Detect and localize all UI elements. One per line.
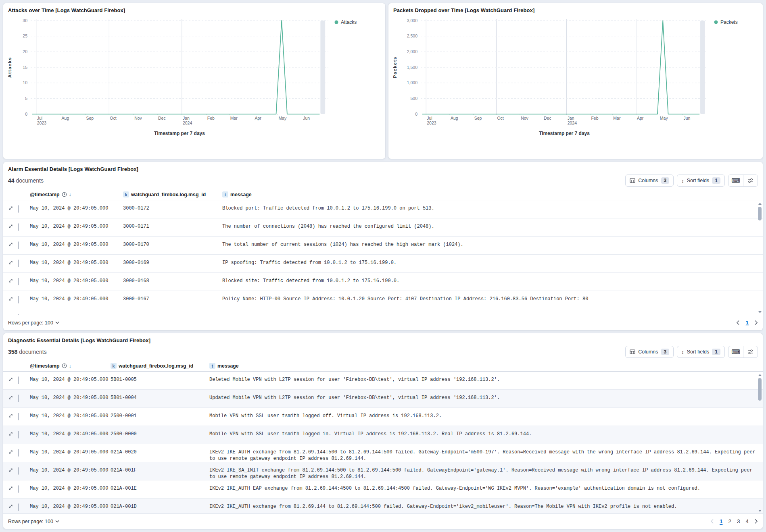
select-document-checkbox[interactable] [18,260,19,267]
table-row: May 10, 2024 @ 20:49:05.0002500-0001Mobi… [3,408,763,426]
next-page-button[interactable] [754,320,758,325]
panel-alarm-essential-details: Alarm Essential Details [Logs WatchGuard… [3,162,763,330]
previous-page-button [710,519,714,524]
keyboard-shortcuts-button[interactable]: ⌨ [728,175,743,186]
packets-line-chart: 05001,0001,5002,0002,5003,000Jul2023AugS… [390,15,760,152]
select-document-checkbox[interactable] [18,278,19,285]
cell-msg-id: 3000-0172 [123,206,222,212]
scroll-down-arrow[interactable] [758,311,762,313]
select-document-checkbox[interactable] [18,503,19,511]
cell-message: IKEv2 IKE_AUTH exchange from 81.2.69.144… [209,504,763,510]
document-count: 44 documents [8,177,44,184]
display-options-button[interactable] [743,346,758,357]
select-document-checkbox[interactable] [18,395,19,402]
column-header-timestamp[interactable]: @timestamp ↓ [30,363,111,369]
sliders-icon [747,349,753,355]
expand-document-icon[interactable] [3,486,18,491]
documents-grid: @timestamp ↓ k watchguard_firebox.log.ms… [3,360,763,513]
cell-msg-id: 5B01-0004 [111,395,209,401]
keyboard-shortcuts-button[interactable]: ⌨ [728,346,743,357]
expand-document-icon[interactable] [3,377,18,382]
scrollbar-thumb[interactable] [758,207,762,220]
expand-document-icon[interactable] [3,296,18,301]
svg-text:Oct: Oct [497,116,503,121]
column-header-msg-id[interactable]: k watchguard_firebox.log.msg_id [123,191,222,197]
select-document-checkbox[interactable] [18,413,19,420]
svg-text:3,000: 3,000 [407,18,417,23]
column-header-message[interactable]: t message [209,363,756,369]
cell-timestamp: May 10, 2024 @ 20:49:05.000 [30,377,111,383]
sort-fields-button[interactable]: ↕ Sort fields 1 [677,175,725,187]
columns-button[interactable]: Columns 3 [625,346,674,358]
svg-text:Oct: Oct [110,116,116,121]
select-document-checkbox[interactable] [18,223,19,231]
svg-text:10: 10 [23,80,27,85]
next-page-button[interactable] [754,519,758,524]
scroll-up-arrow[interactable] [758,374,762,376]
select-document-checkbox[interactable] [18,376,19,384]
scrollbar-thumb[interactable] [758,378,762,401]
cell-message: IP spoofing: Traffic detected from 10.0.… [222,260,763,266]
svg-text:25: 25 [23,33,27,38]
expand-document-icon[interactable] [3,504,18,509]
expand-document-icon[interactable] [3,224,18,229]
cell-msg-id: 3000-0168 [123,278,222,285]
table-scrollbar[interactable] [757,201,762,315]
column-header-message[interactable]: t message [222,191,756,197]
rows-per-page-control[interactable]: Rows per page: 100 [8,519,59,524]
page-number-4[interactable]: 4 [745,518,749,524]
cell-msg-id: 5B01-0005 [111,377,209,383]
expand-document-icon[interactable] [3,260,18,265]
select-document-checkbox[interactable] [18,296,19,303]
select-document-checkbox[interactable] [18,314,19,315]
columns-grid-icon [630,349,635,355]
expand-document-icon[interactable] [3,242,18,247]
sort-updown-icon: ↕ [681,178,684,184]
select-document-checkbox[interactable] [18,205,19,213]
page-number-2[interactable]: 2 [728,518,731,524]
cell-msg-id: 021A-001D [111,504,209,510]
cell-msg-id: 021A-001F [111,468,209,474]
select-document-checkbox[interactable] [18,485,19,493]
expand-document-icon[interactable] [3,449,18,455]
text-field-icon: t [222,191,228,197]
select-document-checkbox[interactable] [18,449,19,457]
svg-text:Aug: Aug [62,116,69,121]
columns-button[interactable]: Columns 3 [625,175,674,187]
expand-document-icon[interactable] [3,278,18,283]
column-header-msg-id[interactable]: k watchguard_firebox.log.msg_id [111,363,209,369]
table-row: May 10, 2024 @ 20:49:05.000021A-001DIKEv… [3,499,763,513]
expand-document-icon[interactable] [3,206,18,211]
page-number-3[interactable]: 3 [737,518,740,524]
rows-per-page-control[interactable]: Rows per page: 100 [8,320,59,326]
previous-page-button[interactable] [736,320,740,325]
page-number-1[interactable]: 1 [745,320,749,326]
svg-text:Feb: Feb [591,116,598,121]
table-scrollbar[interactable] [757,372,762,513]
svg-text:Jun: Jun [684,116,691,121]
scroll-up-arrow[interactable] [758,203,762,205]
scroll-down-arrow[interactable] [758,510,762,512]
expand-document-icon[interactable] [3,395,18,400]
page-number-1[interactable]: 1 [720,518,723,524]
expand-document-icon[interactable] [3,413,18,418]
select-document-checkbox[interactable] [18,431,19,438]
expand-document-icon[interactable] [3,314,18,315]
svg-text:30: 30 [23,18,27,23]
sort-desc-icon: ↓ [69,192,71,197]
columns-count-badge: 3 [661,177,670,184]
select-document-checkbox[interactable] [18,467,19,475]
svg-text:May: May [278,116,287,121]
text-field-icon: t [209,363,215,369]
keyboard-icon: ⌨ [731,348,740,355]
cell-message: IKEv2 IKE_AUTH exchange from 81.2.69.144… [209,449,763,462]
select-document-checkbox[interactable] [18,241,19,249]
expand-document-icon[interactable] [3,468,18,473]
svg-text:0: 0 [25,112,27,116]
expand-document-icon[interactable] [3,431,18,436]
display-options-button[interactable] [743,175,758,186]
sort-fields-button[interactable]: ↕ Sort fields 1 [677,346,725,358]
column-header-timestamp[interactable]: @timestamp ↓ [30,192,123,197]
clock-icon [62,192,67,197]
columns-grid-icon [630,178,635,183]
